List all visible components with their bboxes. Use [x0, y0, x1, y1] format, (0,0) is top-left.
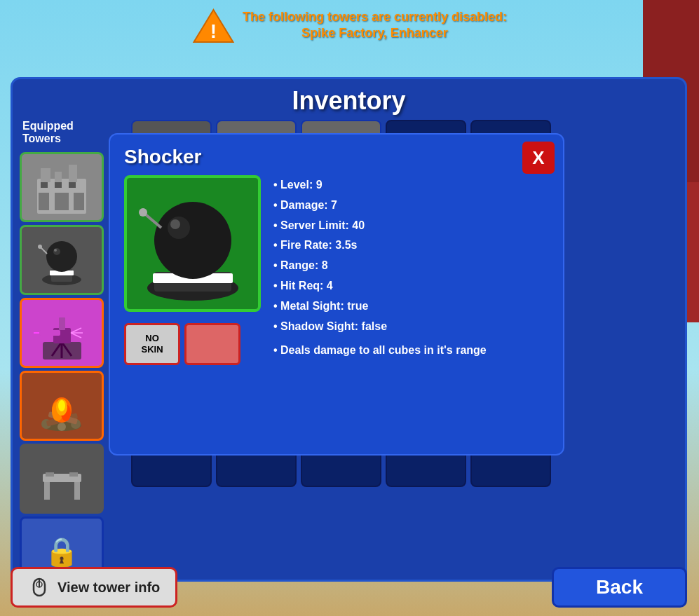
svg-point-67: [139, 208, 147, 217]
tower-slot-campfire[interactable]: [20, 371, 104, 441]
stat-metal-sight: • Metal Sight: true: [273, 296, 549, 317]
campfire-icon: [32, 376, 92, 436]
stat-fire-rate: • Fire Rate: 3.5s: [273, 235, 549, 256]
bottom-bar: View tower info Back: [11, 567, 687, 608]
skin-pink[interactable]: [184, 323, 240, 365]
lock-icon: 🔒: [44, 535, 79, 568]
tower-slot-grey[interactable]: [20, 444, 104, 514]
warning-banner: ! The following towers are currently dis…: [192, 7, 507, 43]
tower-slot-shocker[interactable]: [20, 225, 104, 295]
factory-icon: [30, 158, 93, 217]
inventory-title: Inventory: [20, 86, 678, 116]
svg-line-30: [71, 333, 81, 338]
shocker-small-icon: [37, 234, 86, 287]
svg-rect-44: [74, 482, 80, 500]
mouse-icon: [28, 576, 50, 598]
svg-rect-8: [74, 193, 84, 210]
svg-rect-9: [41, 182, 48, 188]
back-button[interactable]: Back: [552, 567, 687, 608]
view-tower-info-label: View tower info: [57, 580, 160, 596]
svg-point-16: [53, 248, 60, 255]
svg-rect-26: [39, 330, 60, 336]
view-tower-info-button[interactable]: View tower info: [11, 567, 177, 608]
svg-rect-3: [41, 168, 50, 182]
svg-point-41: [58, 400, 65, 411]
svg-rect-43: [44, 482, 50, 500]
svg-rect-10: [55, 182, 62, 188]
warning-triangle-icon: !: [192, 7, 234, 43]
svg-rect-5: [69, 165, 77, 182]
svg-point-19: [38, 245, 42, 249]
svg-rect-46: [69, 472, 78, 477]
shocker-large-icon: [133, 184, 252, 303]
svg-rect-11: [69, 182, 76, 188]
svg-rect-6: [39, 193, 49, 210]
tower-stats: • Level: 9 • Damage: 7 • Server Limit: 4…: [273, 175, 549, 443]
warning-text: The following towers are currently disab…: [243, 9, 507, 42]
svg-point-33: [57, 423, 66, 431]
stat-hit-req: • Hit Req: 4: [273, 276, 549, 296]
svg-point-64: [168, 217, 190, 239]
stat-damage: • Damage: 7: [273, 196, 549, 216]
svg-rect-45: [46, 472, 54, 477]
tower-slot-laser[interactable]: [20, 298, 104, 368]
svg-point-17: [54, 249, 57, 252]
svg-text:!: !: [210, 20, 216, 42]
close-popup-button[interactable]: X: [522, 142, 555, 174]
svg-point-15: [46, 241, 77, 272]
table-icon: [36, 453, 88, 505]
equipped-label: Equipped Towers: [22, 120, 114, 145]
stat-range: • Range: 8: [273, 256, 549, 276]
svg-rect-25: [59, 317, 65, 330]
tower-slot-factory[interactable]: [20, 152, 104, 222]
stat-level: • Level: 9: [273, 175, 549, 196]
skin-no-skin[interactable]: NOSKIN: [124, 323, 180, 365]
stat-server-limit: • Server Limit: 40: [273, 216, 549, 236]
svg-rect-4: [55, 172, 62, 182]
svg-rect-7: [55, 193, 69, 210]
skin-row: NOSKIN: [124, 323, 261, 365]
no-skin-label: NOSKIN: [141, 333, 163, 355]
tower-image-box: [124, 175, 261, 312]
svg-line-28: [71, 328, 81, 333]
laser-icon: [32, 303, 92, 363]
svg-point-65: [170, 219, 180, 229]
tower-popup: Shocker X: [109, 133, 564, 456]
popup-title: Shocker: [124, 146, 549, 168]
stat-description: • Deals damage to all cubes in it's rang…: [273, 341, 549, 361]
stat-shadow-sight: • Shadow Sight: false: [273, 317, 549, 337]
svg-point-63: [154, 202, 231, 279]
popup-body: NOSKIN • Level: 9 • Damage: 7 • Server L…: [124, 175, 549, 443]
